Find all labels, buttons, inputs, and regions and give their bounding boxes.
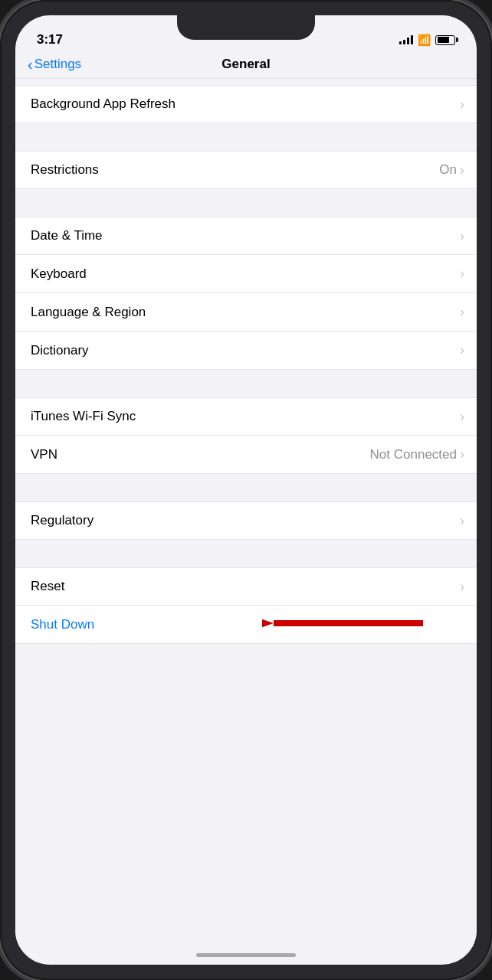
spacer-top <box>15 79 477 85</box>
regulatory-row[interactable]: Regulatory › <box>15 501 477 540</box>
language-section: Date & Time › Keyboard › Lan <box>15 217 477 370</box>
background-app-refresh-row[interactable]: Background App Refresh › <box>15 85 477 123</box>
signal-icon <box>399 35 413 44</box>
wifi-icon: 📶 <box>418 34 431 46</box>
nav-header: ‹ Settings General <box>15 54 477 79</box>
phone-frame: 3:17 📶 ‹ Settings <box>0 0 492 980</box>
restrictions-label: Restrictions <box>31 162 99 178</box>
home-indicator[interactable] <box>196 953 296 957</box>
sync-section: iTunes Wi-Fi Sync › VPN Not Connected › <box>15 397 477 474</box>
top-section: Background App Refresh › <box>15 85 477 123</box>
language-region-label: Language & Region <box>31 305 146 320</box>
itunes-wifi-sync-chevron: › <box>460 409 464 425</box>
restrictions-chevron: › <box>460 162 464 178</box>
date-time-chevron: › <box>460 228 464 244</box>
regulatory-label: Regulatory <box>31 513 93 528</box>
status-time: 3:17 <box>37 32 63 47</box>
spacer-5 <box>15 540 477 567</box>
dictionary-chevron: › <box>460 342 464 358</box>
vpn-label: VPN <box>31 447 57 462</box>
phone-screen: 3:17 📶 ‹ Settings <box>15 15 477 965</box>
spacer-bottom <box>15 644 477 671</box>
restrictions-row[interactable]: Restrictions On › <box>15 151 477 189</box>
dictionary-label: Dictionary <box>31 343 89 358</box>
spacer-1 <box>15 123 477 151</box>
settings-content: Background App Refresh › Restrictions On <box>15 79 477 947</box>
battery-icon <box>435 35 455 45</box>
dictionary-row[interactable]: Dictionary › <box>15 332 477 370</box>
vpn-row[interactable]: VPN Not Connected › <box>15 436 477 474</box>
date-time-row[interactable]: Date & Time › <box>15 217 477 255</box>
back-label: Settings <box>34 57 81 72</box>
reset-section: Reset › Shut Down <box>15 567 477 644</box>
background-app-refresh-label: Background App Refresh <box>31 96 175 112</box>
page-title: General <box>221 57 270 72</box>
background-app-refresh-chevron: › <box>460 96 464 113</box>
keyboard-label: Keyboard <box>31 266 87 282</box>
spacer-3 <box>15 370 477 397</box>
back-button[interactable]: ‹ Settings <box>28 56 81 74</box>
restrictions-value: On <box>439 162 457 178</box>
back-chevron-icon: ‹ <box>28 56 33 74</box>
regulatory-chevron: › <box>460 513 464 529</box>
keyboard-chevron: › <box>460 266 464 282</box>
itunes-wifi-sync-row[interactable]: iTunes Wi-Fi Sync › <box>15 397 477 436</box>
reset-chevron: › <box>460 579 464 595</box>
keyboard-row[interactable]: Keyboard › <box>15 255 477 293</box>
spacer-2 <box>15 189 477 217</box>
vpn-value: Not Connected <box>370 447 457 462</box>
notch <box>177 15 315 40</box>
status-icons: 📶 <box>399 34 455 46</box>
restrictions-section: Restrictions On › <box>15 151 477 189</box>
shut-down-row[interactable]: Shut Down <box>15 606 477 644</box>
shut-down-label: Shut Down <box>31 617 94 632</box>
vpn-chevron: › <box>460 446 464 462</box>
date-time-label: Date & Time <box>31 228 103 243</box>
language-region-row[interactable]: Language & Region › <box>15 293 477 332</box>
itunes-wifi-sync-label: iTunes Wi-Fi Sync <box>31 409 136 424</box>
regulatory-section: Regulatory › <box>15 501 477 540</box>
language-region-chevron: › <box>460 304 464 320</box>
battery-fill <box>438 37 450 43</box>
spacer-4 <box>15 474 477 501</box>
reset-row[interactable]: Reset › <box>15 567 477 606</box>
reset-label: Reset <box>31 579 64 594</box>
